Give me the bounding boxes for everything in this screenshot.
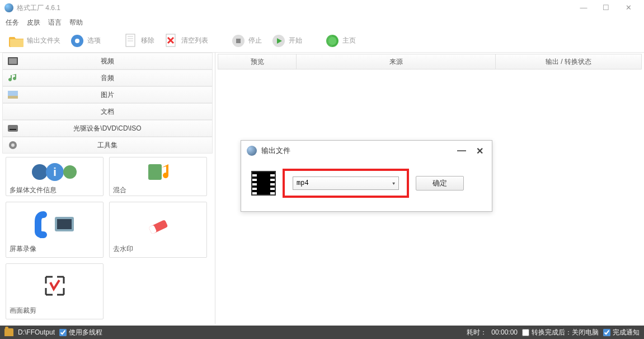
category-tools[interactable]: 工具集 <box>2 137 213 154</box>
svg-rect-18 <box>10 129 16 130</box>
clear-icon <box>163 33 179 49</box>
app-icon <box>4 3 13 12</box>
tool-crop[interactable]: 画面裁剪 <box>6 263 104 319</box>
multithread-toggle[interactable]: 使用多线程 <box>59 328 102 337</box>
options-label: 选项 <box>87 36 101 45</box>
shutdown-toggle[interactable]: 转换完成后：关闭电脑 <box>522 328 599 337</box>
category-image[interactable]: 图片 <box>2 86 213 103</box>
window-title: 格式工厂 4.6.1 <box>17 3 572 13</box>
elapsed-label: 耗时： <box>467 328 487 337</box>
notify-label: 完成通知 <box>613 328 640 337</box>
col-source[interactable]: 来源 <box>297 54 496 69</box>
options-button[interactable]: 选项 <box>66 32 104 50</box>
multithread-checkbox[interactable] <box>59 329 67 336</box>
stop-label: 停止 <box>248 36 262 45</box>
ok-button[interactable]: 确定 <box>416 176 464 191</box>
tool-media-info[interactable]: i 多媒体文件信息 <box>6 157 104 196</box>
stop-button[interactable]: 停止 <box>227 32 265 50</box>
svg-point-20 <box>11 143 15 147</box>
sidebar: 视频 音频 图片 文档 光驱设备\DVD\CD\ISO 工具集 <box>0 53 215 324</box>
tool-remove-watermark[interactable]: 去水印 <box>109 202 207 258</box>
tool-label: 屏幕录像 <box>10 242 100 254</box>
dialog-body: mp4 ▼ 确定 <box>241 161 492 211</box>
crop-icon <box>10 267 100 304</box>
dialog-titlebar[interactable]: 输出文件 — ✕ <box>241 141 492 161</box>
dialog-title: 输出文件 <box>261 146 450 156</box>
svg-point-21 <box>32 164 48 180</box>
output-folder-button[interactable]: 输出文件夹 <box>6 32 64 50</box>
film-icon <box>251 171 276 196</box>
col-output-status[interactable]: 输出 / 转换状态 <box>496 54 641 69</box>
tools-icon <box>6 140 20 151</box>
svg-rect-16 <box>8 96 18 99</box>
media-info-icon: i <box>10 161 100 183</box>
start-label: 开始 <box>289 36 302 45</box>
tool-mix[interactable]: 混合 <box>109 157 207 196</box>
home-button[interactable]: 主页 <box>321 32 359 50</box>
svg-rect-28 <box>57 219 72 229</box>
menu-language[interactable]: 语言 <box>48 18 62 27</box>
home-label: 主页 <box>342 36 356 45</box>
remove-button[interactable]: 移除 <box>120 32 158 50</box>
notify-toggle[interactable]: 完成通知 <box>603 328 640 337</box>
tool-label: 画面裁剪 <box>10 304 100 315</box>
dialog-minimize-button[interactable]: — <box>455 144 468 157</box>
output-path[interactable]: D:\FFOutput <box>18 328 55 336</box>
category-video[interactable]: 视频 <box>2 53 213 69</box>
notify-checkbox[interactable] <box>603 329 610 336</box>
menu-task[interactable]: 任务 <box>6 18 19 27</box>
folder-icon[interactable] <box>4 328 13 336</box>
list-header: 预览 来源 输出 / 转换状态 <box>218 54 642 69</box>
svg-point-1 <box>75 39 79 43</box>
shutdown-checkbox[interactable] <box>522 329 529 336</box>
dialog-app-icon <box>247 146 257 156</box>
start-button[interactable]: 开始 <box>267 32 305 50</box>
category-label: 光驱设备\DVD\CD\ISO <box>20 124 212 133</box>
audio-icon <box>6 72 20 83</box>
video-icon <box>6 55 20 67</box>
svg-rect-2 <box>126 34 135 47</box>
tool-label: 混合 <box>113 183 203 195</box>
dialog-close-button[interactable]: ✕ <box>473 144 486 157</box>
remove-icon <box>123 33 139 49</box>
minimize-button[interactable]: — <box>572 1 595 15</box>
category-disc[interactable]: 光驱设备\DVD\CD\ISO <box>2 120 213 137</box>
document-icon <box>6 106 20 117</box>
tool-grid: i 多媒体文件信息 混合 屏幕录像 去水印 <box>0 154 215 324</box>
category-document[interactable]: 文档 <box>2 103 213 120</box>
folder-icon <box>9 33 25 49</box>
close-button[interactable]: ✕ <box>617 1 640 15</box>
svg-point-12 <box>328 37 336 45</box>
svg-rect-8 <box>236 39 241 43</box>
output-folder-label: 输出文件夹 <box>27 36 60 45</box>
format-dropdown[interactable]: mp4 ▼ <box>293 177 399 190</box>
screen-record-icon <box>10 206 100 242</box>
stop-icon <box>231 33 246 49</box>
highlight-box: mp4 ▼ <box>283 169 409 198</box>
clear-label: 清空列表 <box>181 36 208 45</box>
svg-rect-14 <box>9 58 17 64</box>
image-icon <box>6 89 20 100</box>
status-bar: D:\FFOutput 使用多线程 耗时： 00:00:00 转换完成后：关闭电… <box>0 326 644 339</box>
menu-skin[interactable]: 皮肤 <box>27 18 40 27</box>
maximize-button[interactable]: ☐ <box>595 1 617 15</box>
category-label: 图片 <box>20 90 212 100</box>
clear-button[interactable]: 清空列表 <box>160 32 211 50</box>
disc-icon <box>6 123 20 134</box>
menu-help[interactable]: 帮助 <box>69 18 83 27</box>
options-icon <box>69 33 85 49</box>
col-preview[interactable]: 预览 <box>218 54 297 69</box>
category-audio[interactable]: 音频 <box>2 69 213 86</box>
format-value: mp4 <box>297 179 392 187</box>
shutdown-label: 转换完成后：关闭电脑 <box>532 328 599 337</box>
remove-label: 移除 <box>141 36 154 45</box>
eraser-icon <box>113 206 203 242</box>
status-right: 耗时： 00:00:00 转换完成后：关闭电脑 完成通知 <box>467 328 640 337</box>
svg-rect-17 <box>8 125 18 132</box>
tool-label: 去水印 <box>113 242 203 254</box>
category-list: 视频 音频 图片 文档 光驱设备\DVD\CD\ISO 工具集 <box>0 53 215 154</box>
svg-text:i: i <box>53 166 57 178</box>
tool-screen-record[interactable]: 屏幕录像 <box>6 202 104 258</box>
svg-point-24 <box>63 165 77 179</box>
title-bar: 格式工厂 4.6.1 — ☐ ✕ <box>0 0 644 16</box>
